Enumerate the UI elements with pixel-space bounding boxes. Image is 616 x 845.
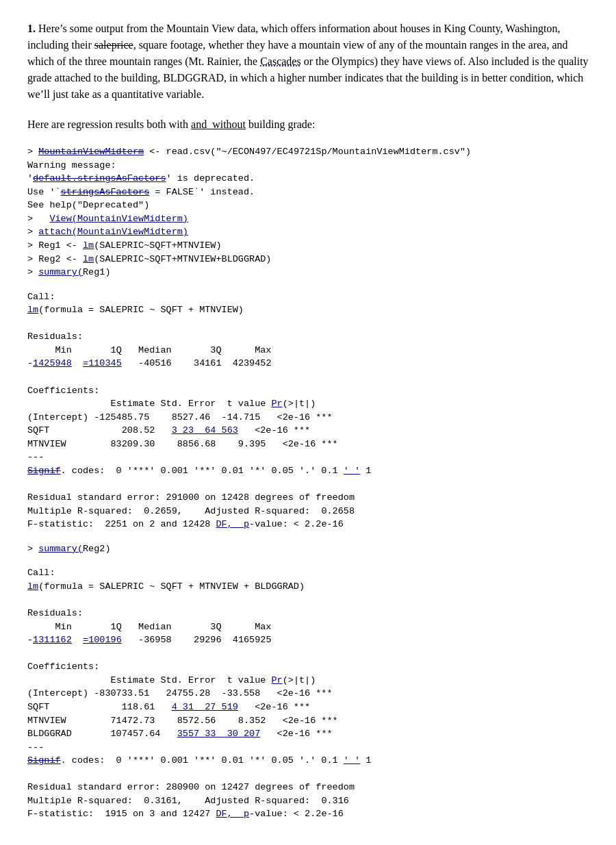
residual-min2: 1311162	[33, 635, 72, 645]
sqft-stderr2: 4 31 27 519	[172, 702, 238, 712]
attach-mountain-ref: attach(MountainViewMidterm)	[38, 227, 188, 237]
reg1-output-block: Call: lm(formula = SALEPRIC ~ SQFT + MTN…	[27, 290, 589, 531]
lm-ref1: lm	[83, 240, 94, 251]
df-ref1: DF, p	[216, 519, 249, 529]
signif-ref2: Signif	[27, 755, 61, 766]
residual-1q1: =110345	[83, 358, 122, 368]
saleprice-strikethrough: saleprice	[94, 39, 133, 51]
lm-call-ref2: lm	[27, 581, 38, 592]
heading-text-before: Here are regression results both with	[27, 118, 191, 130]
section-number: 1.	[27, 23, 36, 34]
reg2-call-block: > summary(Reg2)	[27, 542, 589, 556]
sqft-stderr1: 3 23 64 563	[172, 425, 238, 436]
reg2-output-block: Call: lm(formula = SALEPRIC ~ SQFT + MTN…	[27, 566, 589, 821]
code-block-setup: > MountainViewMidterm <- read.csv("~/ECO…	[27, 145, 589, 279]
heading-text-after: building grade:	[246, 118, 315, 130]
reg1-output: Call: lm(formula = SALEPRIC ~ SQFT + MTN…	[27, 290, 589, 531]
reg2-output: Call: lm(formula = SALEPRIC ~ SQFT + MTN…	[27, 566, 589, 821]
default-strings-ref: default.stringsAsFactors	[33, 173, 166, 184]
page-content: 1. Here’s some output from the Mountain …	[27, 21, 589, 821]
strings-as-factors-ref: stringsAsFactors	[61, 187, 150, 197]
reg2-call: > summary(Reg2)	[27, 542, 589, 556]
and-without-text: and without	[191, 118, 246, 130]
mountain-view-midterm-ref1: MountainViewMidterm	[38, 147, 144, 157]
setup-code: > MountainViewMidterm <- read.csv("~/ECO…	[27, 145, 589, 279]
signif-space2: ' '	[344, 755, 360, 766]
pr-header2: Pr	[271, 675, 282, 685]
summary-reg1-ref: summary(	[38, 267, 83, 277]
pr-header1: Pr	[271, 399, 282, 409]
signif-space1: ' '	[344, 466, 360, 476]
cascades-underline: Cascades	[260, 55, 301, 67]
lm-ref2: lm	[83, 254, 94, 264]
view-mountain-ref: View(MountainViewMidterm)	[49, 214, 188, 224]
lm-call-ref1: lm	[27, 305, 38, 315]
df-ref2: DF, p	[216, 809, 249, 819]
regression-heading: Here are regression results both with an…	[27, 116, 589, 133]
residual-1q2: =100196	[83, 635, 122, 645]
intro-paragraph: 1. Here’s some output from the Mountain …	[27, 21, 589, 103]
bldggrad-stderr: 3557 33 30 207	[177, 729, 261, 739]
residual-min1: 1425948	[33, 358, 72, 368]
signif-ref1: Signif	[27, 466, 61, 476]
summary-reg2-ref: summary(	[38, 544, 83, 554]
